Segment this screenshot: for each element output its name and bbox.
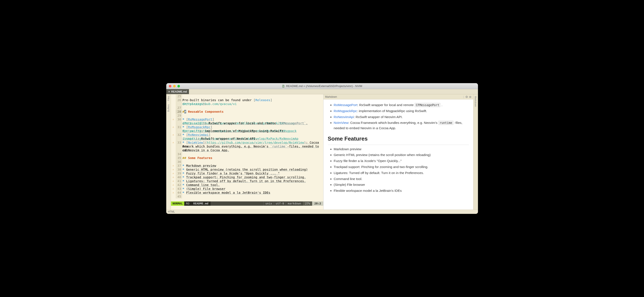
code-text: * [RxMsgpackRpc](https://github.com/qvac… — [182, 125, 323, 129]
code-text: * (Simple) File browser — [182, 187, 323, 191]
preview-link[interactable]: NvimView — [334, 121, 348, 124]
preview-list-item: NvimView: Cocoa Framework which bundles … — [334, 120, 469, 131]
window-title-text: README.md = (/Volumes/ExternalSSD/Projec… — [286, 84, 362, 88]
editor-line[interactable]: ⚠39* Fuzzy file finder a la Xcode's "Ope… — [171, 172, 323, 175]
code-text: Pre-built binaries can be found under [R… — [182, 98, 323, 102]
filetype-indicator: markdown — [286, 202, 303, 206]
preview-list-item: Fuzzy file finder a la Xcode's "Open Qui… — [334, 158, 469, 164]
preview-body[interactable]: RxMessagePort: RxSwift wrapper for local… — [324, 100, 473, 210]
preview-list-item: Command line tool. — [334, 176, 469, 182]
editor-line[interactable]: ⚠32* [RxNeovimApi](https://github.com/qv… — [171, 133, 323, 137]
editor-line[interactable]: Rpc.swift): implementation of MsgpackRpc… — [171, 129, 323, 133]
editor-line[interactable]: 29 — [171, 114, 323, 118]
buffers-tool-button[interactable]: Buffers — [167, 104, 170, 113]
code-text: * [RxMessagePort](https://github.com/qva… — [182, 118, 323, 121]
sign-column: ⚠ — [171, 191, 176, 194]
code-text: ed Neovim in a Cocoa App. — [182, 148, 323, 152]
sign-column: ⚠ — [171, 168, 176, 172]
line-number — [176, 121, 182, 125]
line-number: 43 — [176, 187, 182, 191]
html-tool-button[interactable]: HTML — [168, 210, 175, 213]
editor-line[interactable]: ed Neovim in a Cocoa App. — [171, 148, 323, 152]
sign-column — [171, 144, 176, 148]
zoom-window-button[interactable] — [178, 85, 180, 88]
app-window: README.md = (/Volumes/ExternalSSD/Projec… — [166, 83, 478, 214]
markdown-tool-button[interactable]: Markdown — [474, 95, 477, 108]
editor-line[interactable]: i.swift): RxSwift wrapper of Neovim API. — [171, 137, 323, 140]
editor-line[interactable]: 34 — [171, 152, 323, 156]
code-text: ePort.swift): RxSwift wrapper for local … — [182, 121, 323, 125]
code-text: * [RxNeovimApi](https://github.com/qvacu… — [182, 133, 323, 137]
sign-column — [171, 129, 176, 133]
editor-line[interactable]: ⚠38* Generic HTML preview (retains the s… — [171, 168, 323, 172]
preview-list-item: Trackpad support: Pinching for zooming a… — [334, 164, 469, 170]
preview-link[interactable]: RxMsgpackRpc — [334, 109, 357, 113]
tab-readme[interactable]: × README.md — [166, 89, 189, 94]
editor-line[interactable]: 25 — [171, 94, 323, 98]
code-text: Rpc.swift): implementation of MsgpackRpc… — [182, 129, 323, 133]
code-text — [182, 94, 323, 98]
close-window-button[interactable] — [169, 85, 172, 88]
editor-line[interactable]: ⚠40* Trackpad support: Pinching for zoom… — [171, 175, 323, 179]
editor-line[interactable]: 45 — [171, 194, 323, 198]
editor-line[interactable]: ⚠30* [RxMessagePort](https://github.com/… — [171, 118, 323, 121]
editor-line[interactable]: ⚠41* Ligatures: Turned off by default. T… — [171, 179, 323, 183]
line-number: 44 — [176, 191, 182, 194]
main-area: Files Buffers 2526Pre-built binaries can… — [166, 94, 478, 210]
files-tool-button[interactable]: Files — [167, 95, 170, 102]
sign-column — [171, 106, 176, 110]
line-number: 42 — [176, 183, 182, 187]
preview-heading: Some Features — [328, 134, 469, 145]
line-number — [176, 129, 182, 133]
window-title: README.md = (/Volumes/ExternalSSD/Projec… — [282, 84, 362, 88]
editor-viewport[interactable]: 2526Pre-built binaries can be found unde… — [171, 94, 323, 202]
sign-column: ⚠ — [171, 140, 176, 144]
editor-line[interactable]: ⚠44* Flexible workspace model a la JetBr… — [171, 191, 323, 194]
editor-line[interactable]: ⚠33* [NvimView](https://github.com/qvacu… — [171, 140, 323, 144]
markdown-preview-pane: Markdown | ⚙ ⊗ RxMessagePort: RxSwift wr… — [323, 94, 473, 210]
code-text: * Flexible workspace model a la JetBrain… — [182, 191, 323, 194]
editor-line[interactable]: mework which bundles everything, e.g. Ne… — [171, 144, 323, 148]
editor-line[interactable]: ⚠31* [RxMsgpackRpc](https://github.com/q… — [171, 125, 323, 129]
editor-line[interactable]: ePort.swift): RxSwift wrapper for local … — [171, 121, 323, 125]
code-text — [182, 160, 323, 164]
editor-line[interactable]: ⚠37* Markdown preview — [171, 164, 323, 168]
inline-code: CFMessagePort — [414, 103, 441, 107]
gear-icon[interactable]: ⚙ — [465, 95, 468, 98]
sign-column — [171, 160, 176, 164]
preview-title: Markdown — [325, 95, 464, 98]
preview-link[interactable]: RxMessagePort — [334, 103, 357, 107]
sign-column: ⚠ — [171, 175, 176, 179]
preview-link[interactable]: RxNeovimApi — [334, 115, 354, 119]
sign-column — [171, 152, 176, 156]
sign-column — [171, 137, 176, 140]
close-tab-icon[interactable]: × — [168, 90, 170, 93]
close-preview-icon[interactable]: ⊗ — [469, 95, 472, 98]
divider-icon: | — [463, 95, 464, 98]
preview-list-item: Markdown preview — [334, 146, 469, 152]
right-tool-rail: Markdown — [473, 94, 478, 210]
line-number: 32 — [176, 133, 182, 137]
line-number — [176, 148, 182, 152]
line-number: 38 — [176, 168, 182, 172]
editor-line[interactable]: ⚠42* Command line tool. — [171, 183, 323, 187]
command-line[interactable] — [171, 206, 323, 210]
line-number — [176, 144, 182, 148]
sign-column — [171, 110, 176, 114]
code-text: * Trackpad support: Pinching for zooming… — [182, 175, 323, 179]
sign-column: ⚠ — [171, 172, 176, 175]
editor-line[interactable]: ⚠43* (Simple) File browser — [171, 187, 323, 191]
sign-column: ⚠ — [171, 183, 176, 187]
line-number: 26 — [176, 98, 182, 102]
code-text — [182, 152, 323, 156]
editor-line[interactable]: 28## Reusable Components — [171, 110, 323, 114]
editor-line[interactable]: mr/releases). — [171, 102, 323, 106]
editor-line[interactable]: 27 — [171, 106, 323, 110]
minimize-window-button[interactable] — [173, 85, 176, 88]
line-number — [176, 102, 182, 106]
position-indicator: 28:2 — [312, 202, 323, 206]
editor-line[interactable]: 26Pre-built binaries can be found under … — [171, 98, 323, 102]
editor-line[interactable]: 35## Some Features — [171, 156, 323, 160]
editor-line[interactable]: 36 — [171, 160, 323, 164]
code-text: * Markdown preview — [182, 164, 323, 168]
